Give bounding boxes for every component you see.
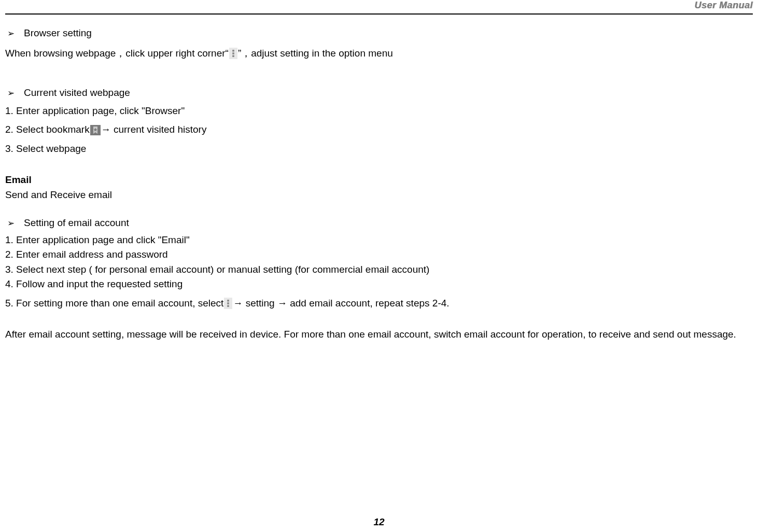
kebab-menu-icon [229,46,237,61]
chevron-right-icon: ➢ [6,217,16,230]
email-step-5: 5. For setting more than one email accou… [5,296,753,311]
bullet-text: Current visited webpage [24,86,130,101]
document-content: ➢ Browser setting When browsing webpage，… [5,26,753,342]
svg-rect-6 [228,300,230,302]
svg-rect-7 [228,303,230,305]
bullet-text: Setting of email account [24,216,129,231]
email-after-paragraph: After email account setting, message wil… [5,327,753,342]
svg-rect-8 [228,305,230,307]
email-step-4: 4. Follow and input the requested settin… [5,277,753,292]
text-after: → current visited history [101,122,207,137]
svg-rect-3 [232,55,234,58]
current-step-3: 3. Select webpage [5,142,753,157]
email-step-2: 2. Enter email address and password [5,247,753,262]
bullet-current-visited: ➢ Current visited webpage [5,86,753,101]
text-before: 2. Select bookmark [5,122,90,137]
text-before: 5. For setting more than one email accou… [5,296,223,311]
email-step-1: 1. Enter application page and click "Ema… [5,233,753,248]
header-rule: User Manual [5,0,753,15]
email-subtitle: Send and Receive email [5,188,753,203]
bullet-setting-email: ➢ Setting of email account [5,216,753,231]
current-step-1: 1. Enter application page, click "Browse… [5,104,753,119]
kebab-menu-icon [224,296,232,311]
chevron-right-icon: ➢ [6,27,16,40]
header-label: User Manual [694,0,753,11]
email-title: Email [5,173,753,188]
bullet-text: Browser setting [24,26,92,41]
chevron-right-icon: ➢ [6,87,16,100]
svg-rect-2 [232,53,234,55]
bullet-browser-setting: ➢ Browser setting [5,26,753,41]
page-number: 12 [373,516,384,528]
svg-rect-1 [232,50,234,52]
current-step-2: 2. Select bookmark → current visited his… [5,122,753,137]
bookmark-star-icon [90,122,101,137]
text-after: ”，adjust setting in the option menu [238,46,393,61]
text-before: When browsing webpage，click upper right … [5,46,229,61]
text-after: → setting → add email account, repeat st… [233,296,449,311]
email-step-3: 3. Select next step ( for personal email… [5,262,753,277]
browser-setting-instruction: When browsing webpage，click upper right … [5,46,753,61]
